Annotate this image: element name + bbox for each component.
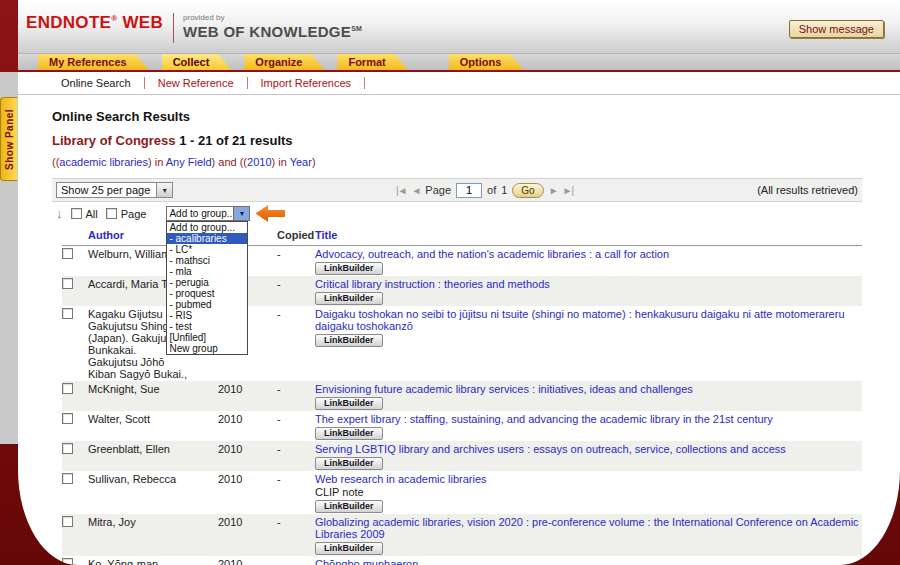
table-row: Greenblatt, Ellen2010-Serving LGBTIQ lib… xyxy=(62,441,862,471)
row-checkbox[interactable] xyxy=(62,383,73,394)
select-arrow-icon: ▼ xyxy=(233,207,249,220)
pagination: |◄ ◄ Page of 1 Go ► ►| xyxy=(271,183,698,198)
row-title-cell: Web research in academic librariesCLIP n… xyxy=(315,473,862,513)
tab-collect[interactable]: Collect xyxy=(162,54,232,70)
column-title-header[interactable]: Title xyxy=(315,229,862,241)
row-title-cell: Advocacy, outreach, and the nation's aca… xyxy=(315,248,862,275)
row-checkbox[interactable] xyxy=(62,443,73,454)
row-title-link[interactable]: Daigaku toshokan no seibi to jūjitsu ni … xyxy=(315,308,845,332)
web-of-knowledge-logo: WEB OF KNOWLEDGESM xyxy=(183,23,362,40)
group-option[interactable]: - acalibraries xyxy=(167,233,247,244)
row-title-link[interactable]: Chŏngbo munhaeron xyxy=(315,558,418,565)
go-button[interactable]: Go xyxy=(512,183,543,198)
row-checkbox[interactable] xyxy=(62,248,73,259)
row-title-link[interactable]: Advocacy, outreach, and the nation's aca… xyxy=(315,248,669,260)
row-year: 2010 xyxy=(218,473,277,513)
row-title-cell: Globalizing academic libraries, vision 2… xyxy=(315,516,862,555)
row-copied: - xyxy=(277,308,315,380)
row-checkbox[interactable] xyxy=(62,278,73,289)
row-extra: CLIP note xyxy=(315,486,860,498)
group-option[interactable]: [Unfiled] xyxy=(167,332,247,343)
row-copied: - xyxy=(277,383,315,410)
row-year: 2010 xyxy=(218,558,277,565)
row-title-link[interactable]: The expert library : staffing, sustainin… xyxy=(315,413,773,425)
subnav-import-references[interactable]: Import References xyxy=(248,77,365,89)
group-option[interactable]: - mla xyxy=(167,266,247,277)
linkbuilder-button[interactable]: LinkBuilder xyxy=(315,334,383,347)
linkbuilder-button[interactable]: LinkBuilder xyxy=(315,427,383,440)
column-copied-header: Copied xyxy=(277,229,315,241)
content-sheet: ENDNOTE® WEB provided by WEB OF KNOWLEDG… xyxy=(18,0,900,565)
query-term-link[interactable]: academic libraries xyxy=(59,156,148,168)
group-option[interactable]: - mathsci xyxy=(167,255,247,266)
row-checkbox[interactable] xyxy=(62,558,73,565)
row-title-link[interactable]: Envisioning future academic library serv… xyxy=(315,383,693,395)
subnav-new-reference[interactable]: New Reference xyxy=(145,77,248,89)
row-title-link[interactable]: Critical library instruction : theories … xyxy=(315,278,550,290)
tab-format[interactable]: Format xyxy=(337,54,407,70)
row-year: 2010 xyxy=(218,413,277,440)
row-checkbox[interactable] xyxy=(62,413,73,424)
show-message-button[interactable]: Show message xyxy=(789,20,884,38)
chevron-down-icon: ▼ xyxy=(156,183,172,197)
row-copied: - xyxy=(277,558,315,565)
per-page-select[interactable]: Show 25 per page ▼ xyxy=(56,182,173,198)
add-to-group-select[interactable]: Add to group... ▼ xyxy=(166,206,250,221)
table-row: Ko, Yŏng-man2010-Chŏngbo munhaeronOnline… xyxy=(62,556,862,565)
page-checkbox-label: Page xyxy=(121,208,147,220)
linkbuilder-button[interactable]: LinkBuilder xyxy=(315,397,383,410)
select-all-checkbox[interactable] xyxy=(71,208,82,219)
tab-options[interactable]: Options xyxy=(449,54,524,70)
linkbuilder-button[interactable]: LinkBuilder xyxy=(315,292,383,305)
group-option[interactable]: - proquest xyxy=(167,288,247,299)
subnav-online-search[interactable]: Online Search xyxy=(48,77,145,89)
row-year: 2010 xyxy=(218,383,277,410)
row-title-link[interactable]: Web research in academic libraries xyxy=(315,473,487,485)
page: ENDNOTE® WEB provided by WEB OF KNOWLEDG… xyxy=(0,0,900,565)
logo-divider xyxy=(173,13,174,43)
group-option[interactable]: - LC* xyxy=(167,244,247,255)
linkbuilder-button[interactable]: LinkBuilder xyxy=(315,500,383,513)
page-label: Page xyxy=(425,184,451,196)
row-copied: - xyxy=(277,248,315,275)
page-number-input[interactable] xyxy=(456,183,482,198)
group-option[interactable]: - RIS xyxy=(167,310,247,321)
tab-my-references[interactable]: My References xyxy=(38,54,149,70)
first-page-icon[interactable]: |◄ xyxy=(396,185,407,196)
group-option[interactable]: New group xyxy=(167,343,247,354)
group-option[interactable]: - perugia xyxy=(167,277,247,288)
row-checkbox[interactable] xyxy=(62,308,73,319)
linkbuilder-button[interactable]: LinkBuilder xyxy=(315,542,383,555)
query-field-link[interactable]: Any Field xyxy=(166,156,212,168)
group-option[interactable]: - test xyxy=(167,321,247,332)
total-pages: 1 xyxy=(501,184,507,196)
next-page-icon[interactable]: ► xyxy=(549,185,558,196)
prev-page-icon[interactable]: ◄ xyxy=(411,185,420,196)
query-field-link[interactable]: Year xyxy=(290,156,312,168)
row-checkbox[interactable] xyxy=(62,473,73,484)
table-row: Walter, Scott2010-The expert library : s… xyxy=(62,411,862,441)
row-title-cell: Daigaku toshokan no seibi to jūjitsu ni … xyxy=(315,308,862,380)
row-checkbox[interactable] xyxy=(62,516,73,527)
table-row: Sullivan, Rebecca2010-Web research in ac… xyxy=(62,471,862,514)
apply-down-arrow-icon: ↓ xyxy=(56,208,63,220)
row-copied: - xyxy=(277,516,315,555)
tab-organize[interactable]: Organize xyxy=(244,54,324,70)
query-term-link[interactable]: 2010 xyxy=(247,156,271,168)
row-copied: - xyxy=(277,473,315,513)
wok-logo-block: provided by WEB OF KNOWLEDGESM xyxy=(183,13,362,40)
logo-area: ENDNOTE® WEB provided by WEB OF KNOWLEDG… xyxy=(26,13,362,43)
show-panel-tab[interactable]: Show Panel xyxy=(0,97,17,181)
row-title-cell: Critical library instruction : theories … xyxy=(315,278,862,305)
linkbuilder-button[interactable]: LinkBuilder xyxy=(315,457,383,470)
row-copied: - xyxy=(277,443,315,470)
row-title-link[interactable]: Globalizing academic libraries, vision 2… xyxy=(315,516,859,540)
last-page-icon[interactable]: ►| xyxy=(563,185,574,196)
linkbuilder-button[interactable]: LinkBuilder xyxy=(315,262,383,275)
select-page-checkbox[interactable] xyxy=(106,208,117,219)
row-title-link[interactable]: Serving LGBTIQ library and archives user… xyxy=(315,443,786,455)
group-option[interactable]: - pubmed xyxy=(167,299,247,310)
group-option[interactable]: Add to group... xyxy=(167,222,247,233)
sub-nav: Online Search New Reference Import Refer… xyxy=(18,72,900,95)
of-label: of xyxy=(487,184,496,196)
